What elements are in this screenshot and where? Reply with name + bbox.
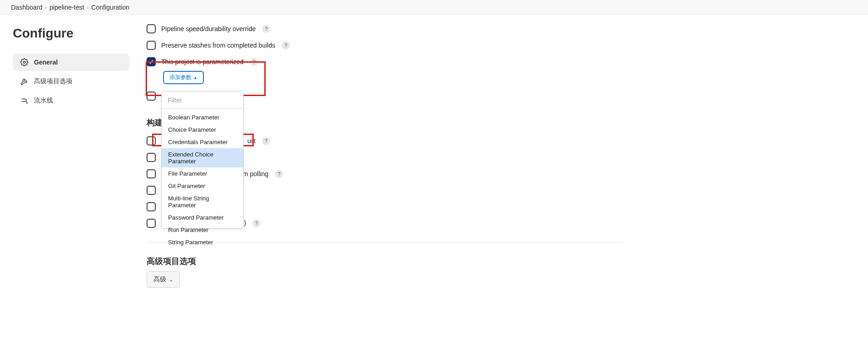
option-label-partial: uilt [247,137,256,145]
parameter-dropdown: Boolean ParameterChoice ParameterCredent… [161,91,244,229]
add-parameter-button[interactable]: 添加参数 ▲ [163,71,204,84]
advanced-button[interactable]: 高级 ⌄ [147,271,180,288]
dropdown-item[interactable]: Choice Parameter [162,124,243,136]
dropdown-list: Boolean ParameterChoice ParameterCredent… [162,109,243,228]
checkbox[interactable] [147,169,156,178]
dropdown-item[interactable]: String Parameter [162,236,243,248]
breadcrumb: Dashboard › pipeline-test › Configuratio… [0,0,868,15]
option-label: Pipeline speed/durability override [161,25,256,32]
dropdown-item[interactable]: Boolean Parameter [162,111,243,124]
sidebar-item-label: 流水线 [34,97,53,105]
caret-up-icon: ▲ [193,75,197,80]
dropdown-item[interactable]: Multi-line String Parameter [162,192,243,211]
wrench-icon [20,77,28,86]
help-icon[interactable]: ? [262,137,270,145]
breadcrumb-item-dashboard[interactable]: Dashboard [11,4,43,11]
option-speed-override: Pipeline speed/durability override ? [147,21,623,37]
gear-icon [20,58,28,66]
add-parameter-wrap: 添加参数 ▲ [163,71,623,84]
breadcrumb-item-project[interactable]: pipeline-test [49,4,84,11]
sidebar-item-advanced[interactable]: 高级项目选项 [13,73,129,90]
chevron-down-icon: ⌄ [169,277,173,283]
sidebar-item-label: General [34,59,58,66]
help-icon[interactable]: ? [262,25,270,33]
checkbox-preserve-stashes[interactable] [147,41,156,50]
svg-point-0 [23,61,26,64]
checkbox[interactable] [147,153,156,162]
checkbox-remote-trigger[interactable] [147,219,156,228]
checkbox[interactable] [147,136,156,145]
help-icon[interactable]: ? [252,219,261,227]
dropdown-item[interactable]: Credentials Parameter [162,136,243,148]
option-label: This project is parameterized [161,58,244,65]
dropdown-item[interactable]: Git Parameter [162,180,243,192]
checkbox-quiet[interactable] [147,202,156,211]
sidebar-item-label: 高级项目选项 [34,77,72,86]
option-parameterized: This project is parameterized ? [147,54,623,70]
advanced-button-label: 高级 [153,275,166,284]
option-label: Preserve stashes from completed builds [161,42,275,49]
option-label-partial: m polling [243,170,268,178]
breadcrumb-item-configuration[interactable]: Configuration [91,4,129,11]
sidebar: Configure General 高级项目选项 流水线 [0,15,137,306]
checkbox-speed-override[interactable] [147,24,156,33]
dropdown-item[interactable]: Extended Choice Parameter [162,148,243,167]
side-nav: General 高级项目选项 流水线 [13,54,129,109]
section-advanced-title: 高级项目选项 [147,256,623,267]
option-preserve-stashes: Preserve stashes from completed builds ? [147,37,623,54]
sidebar-item-pipeline[interactable]: 流水线 [13,92,129,109]
dropdown-filter-input[interactable] [162,92,243,109]
dropdown-item[interactable]: Password Parameter [162,211,243,224]
help-icon[interactable]: ? [250,58,258,66]
chevron-right-icon: › [87,5,89,10]
chevron-right-icon: › [45,5,47,10]
checkbox[interactable] [147,91,156,101]
checkbox[interactable] [147,186,156,195]
sidebar-item-general[interactable]: General [13,54,129,71]
checkbox-parameterized[interactable] [147,57,156,66]
dropdown-item[interactable]: File Parameter [162,167,243,180]
pipeline-icon [20,97,28,105]
add-parameter-label: 添加参数 [169,74,191,81]
help-icon[interactable]: ? [275,170,283,178]
page-title: Configure [13,26,129,41]
help-icon[interactable]: ? [282,41,290,49]
dropdown-item[interactable]: Run Parameter [162,224,243,236]
